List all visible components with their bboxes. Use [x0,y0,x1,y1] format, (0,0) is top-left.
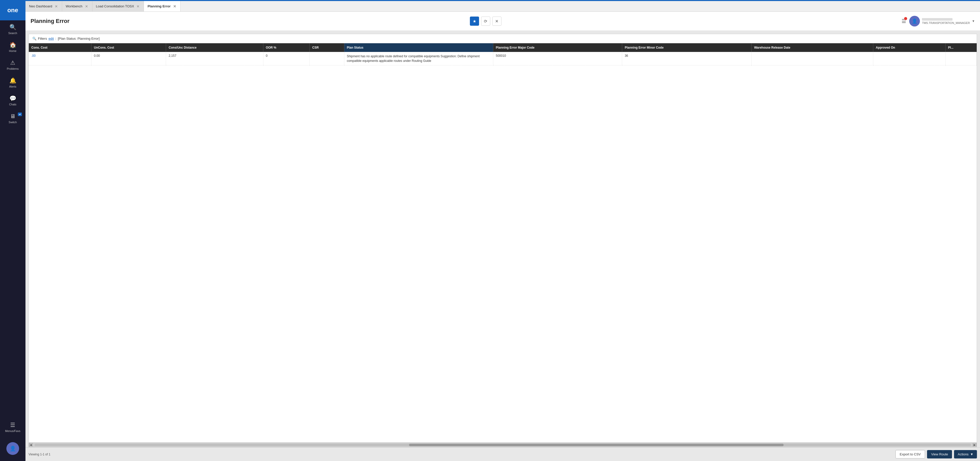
actions-dropdown-icon: ▼ [970,452,974,456]
cell-csr [310,52,344,65]
chats-icon: 💬 [10,95,16,102]
actions-button[interactable]: Actions ▼ [954,450,977,458]
tab-planning-error-label: Planning Error [148,4,170,8]
scroll-right-button[interactable]: ▶ [973,443,977,447]
user-avatar-sidebar: 👤 [6,442,19,455]
scroll-left-button[interactable]: ◀ [29,443,33,447]
tab-load-consolidation[interactable]: Load Consolidation TOSX ✕ [92,1,144,11]
col-extra: Pl... [945,43,977,52]
dropdown-arrow-icon: ▼ [972,19,975,23]
favorite-button[interactable]: ★ [470,17,479,26]
filter-colon: : [55,37,56,40]
col-planning-error-major: Planning Error Major Code [493,43,622,52]
header-right: ☰ 👤 TMS.TRANSPORTATION_MANAGER ▼ [902,16,975,27]
scroll-thumb[interactable] [409,444,784,446]
col-planning-error-minor: Planning Error Minor Code [622,43,751,52]
filter-edit-link[interactable]: edit [48,37,54,40]
table-scroll-area[interactable]: Cons. Cost UnCons. Cost Cons/Unc Distanc… [29,43,977,442]
col-csr: CSR [310,43,344,52]
sidebar-item-avatar[interactable]: 👤 [0,436,25,461]
switch-icon: 🖥 [10,113,16,120]
sidebar-item-problems[interactable]: ⚠ Problems [0,56,25,74]
cell-cons-unc-distance: 2,157 [166,52,263,65]
sidebar-item-home[interactable]: 🏠 Home [0,38,25,56]
menu-icon-button[interactable]: ☰ [902,18,906,24]
tab-neo-dashboard[interactable]: Neo Dashboard ✕ [25,1,62,11]
cell-cons-cost: .00 [29,52,91,65]
content-area: Planning Error ★ ⟳ ✕ ☰ [25,12,980,461]
alerts-icon: 🔔 [10,77,16,84]
cell-planning-error-major: 500010 [493,52,622,65]
app-logo[interactable]: one [0,0,25,21]
sidebar-item-menus-favs[interactable]: ☰ Menus/Favs [0,418,25,436]
search-icon: 🔍 [10,24,16,30]
filters-label: Filters [38,37,47,40]
switch-badge: ⇄ [18,113,22,116]
tab-planning-error-close[interactable]: ✕ [173,4,177,8]
cell-oor-percent: 0 [263,52,309,65]
cell-planning-error-minor: 36 [622,52,751,65]
user-info: TMS.TRANSPORTATION_MANAGER [922,18,970,24]
refresh-button[interactable]: ⟳ [481,17,490,26]
col-warehouse-release-date: Warehouse Release Date [751,43,873,52]
table-footer: Viewing 1-1 of 1 Export to CSV View Rout… [25,447,980,461]
cell-warehouse-release-date [751,52,873,65]
header-actions: ★ ⟳ ✕ [470,17,501,26]
home-icon: 🏠 [10,42,16,48]
avatar: 👤 [909,16,920,27]
sidebar: one 🔍 Search 🏠 Home ⚠ Problems 🔔 Alerts … [0,0,25,461]
tab-neo-dashboard-label: Neo Dashboard [29,4,52,8]
col-uncons-cost: UnCons. Cost [91,43,166,52]
sidebar-item-chats[interactable]: 💬 Chats [0,92,25,110]
problems-icon: ⚠ [10,60,15,66]
tab-neo-dashboard-close[interactable]: ✕ [54,4,58,8]
filter-bar: 🔍 Filters edit : [Plan Status: Planning … [29,34,977,43]
page-header: Planning Error ★ ⟳ ✕ ☰ [25,12,980,31]
refresh-icon: ⟳ [484,19,487,24]
close-icon: ✕ [495,19,498,24]
tab-workbench-close[interactable]: ✕ [84,4,89,8]
col-cons-cost: Cons. Cost [29,43,91,52]
tab-workbench[interactable]: Workbench ✕ [62,1,92,11]
cell-extra [945,52,977,65]
filter-value: [Plan Status: Planning Error] [58,37,100,40]
table-header-row: Cons. Cost UnCons. Cost Cons/Unc Distanc… [29,43,977,52]
cell-approved-on [873,52,945,65]
sidebar-item-switch[interactable]: 🖥 ⇄ Switch [0,110,25,127]
tab-load-consolidation-close[interactable]: ✕ [136,4,140,8]
col-approved-on: Approved On [873,43,945,52]
sidebar-item-alerts[interactable]: 🔔 Alerts [0,74,25,92]
user-profile[interactable]: 👤 TMS.TRANSPORTATION_MANAGER ▼ [909,16,975,27]
logo-text: one [7,6,18,14]
cell-plan-status: Shipment has no applicable route defined… [344,52,493,65]
data-table: Cons. Cost UnCons. Cost Cons/Unc Distanc… [29,43,977,65]
view-route-button[interactable]: View Route [927,450,952,458]
filter-icon: 🔍 [32,37,37,40]
viewing-count: Viewing 1-1 of 1 [29,453,51,456]
main-area: Neo Dashboard ✕ Workbench ✕ Load Consoli… [25,0,980,461]
cell-uncons-cost: 0.00 [91,52,166,65]
footer-actions: Export to CSV View Route Actions ▼ [896,450,977,458]
col-oor-percent: OOR % [263,43,309,52]
col-plan-status: Plan Status [344,43,493,52]
user-name-display [922,18,953,21]
horizontal-scrollbar[interactable]: ◀ ▶ [29,442,977,447]
star-icon: ★ [473,19,476,24]
user-role-display: TMS.TRANSPORTATION_MANAGER [922,21,970,24]
page-title: Planning Error [30,18,70,24]
tab-planning-error[interactable]: Planning Error ✕ [144,1,180,11]
notification-badge [904,17,907,20]
close-page-button[interactable]: ✕ [492,17,501,26]
export-csv-button[interactable]: Export to CSV [896,450,925,458]
table-row: .00 0.00 2,157 0 Shipment has no applica… [29,52,977,65]
tab-workbench-label: Workbench [66,4,83,8]
tab-load-consolidation-label: Load Consolidation TOSX [96,4,134,8]
menus-icon: ☰ [10,422,15,428]
sidebar-item-search[interactable]: 🔍 Search [0,21,25,38]
tab-bar: Neo Dashboard ✕ Workbench ✕ Load Consoli… [25,1,980,12]
table-container: 🔍 Filters edit : [Plan Status: Planning … [29,34,977,447]
scroll-track[interactable] [34,444,971,446]
col-cons-unc-distance: Cons/Unc Distance [166,43,263,52]
